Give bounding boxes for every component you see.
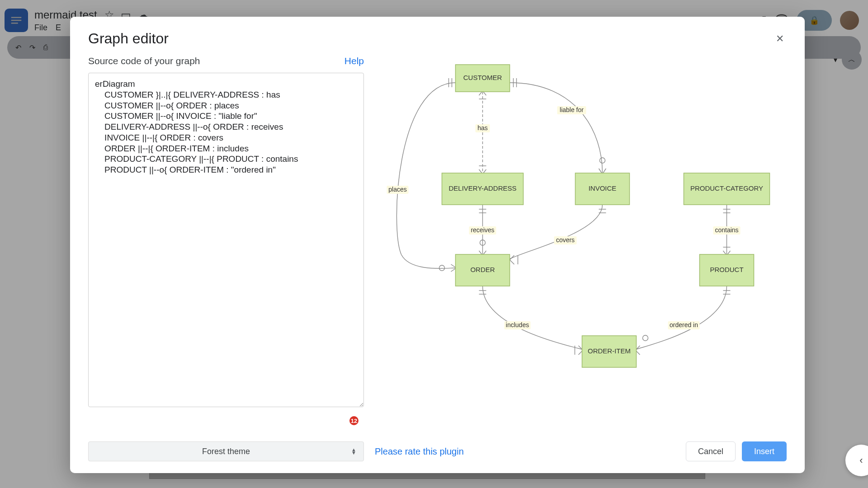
entity-order-item: ORDER-ITEM <box>582 336 637 367</box>
rel-label-places: places <box>388 186 406 193</box>
rel-label-has: has <box>477 124 488 131</box>
diagram-preview: has places liable for receives covers in… <box>377 56 787 431</box>
rel-label-includes: includes <box>506 321 529 328</box>
dialog-title: Graph editor <box>88 30 169 47</box>
rate-plugin-link[interactable]: Please rate this plugin <box>375 446 464 457</box>
close-icon: ✕ <box>776 33 784 44</box>
entity-delivery-address: DELIVERY-ADDRESS <box>442 173 524 205</box>
svg-point-22 <box>643 335 648 341</box>
source-code-textarea[interactable] <box>88 73 364 407</box>
help-link[interactable]: Help <box>344 56 364 66</box>
svg-text:INVOICE: INVOICE <box>589 184 617 192</box>
select-caret-icon: ▲▼ <box>351 448 356 455</box>
rel-label-contains: contains <box>715 226 738 234</box>
svg-text:PRODUCT-CATEGORY: PRODUCT-CATEGORY <box>690 184 763 192</box>
svg-point-4 <box>439 265 445 271</box>
rel-label-liable-for: liable for <box>560 106 584 113</box>
svg-text:ORDER: ORDER <box>470 266 495 273</box>
entity-product-category: PRODUCT-CATEGORY <box>684 173 770 205</box>
svg-text:CUSTOMER: CUSTOMER <box>463 74 502 81</box>
entity-order: ORDER <box>456 254 510 286</box>
svg-text:DELIVERY-ADDRESS: DELIVERY-ADDRESS <box>448 184 516 192</box>
entity-product: PRODUCT <box>700 254 754 286</box>
svg-text:ORDER-ITEM: ORDER-ITEM <box>588 347 631 355</box>
rel-label-covers: covers <box>556 236 575 244</box>
graph-editor-dialog: Graph editor ✕ Source code of your graph… <box>70 17 805 473</box>
theme-select[interactable]: Forest theme ▲▼ <box>88 441 364 461</box>
rel-label-ordered-in: ordered in <box>670 321 698 328</box>
cancel-button[interactable]: Cancel <box>686 441 736 461</box>
theme-select-label: Forest theme <box>202 447 250 456</box>
svg-text:PRODUCT: PRODUCT <box>710 266 743 273</box>
er-diagram: has places liable for receives covers in… <box>377 56 787 390</box>
entity-customer: CUSTOMER <box>456 65 510 92</box>
svg-point-7 <box>600 158 605 163</box>
chevron-left-icon: ‹ <box>859 455 863 466</box>
insert-button[interactable]: Insert <box>742 441 787 461</box>
rel-label-receives: receives <box>471 226 494 234</box>
grammarly-badge[interactable]: 12 <box>349 415 359 426</box>
close-button[interactable]: ✕ <box>773 30 787 47</box>
source-code-label: Source code of your graph <box>88 56 200 66</box>
entity-invoice: INVOICE <box>576 173 630 205</box>
